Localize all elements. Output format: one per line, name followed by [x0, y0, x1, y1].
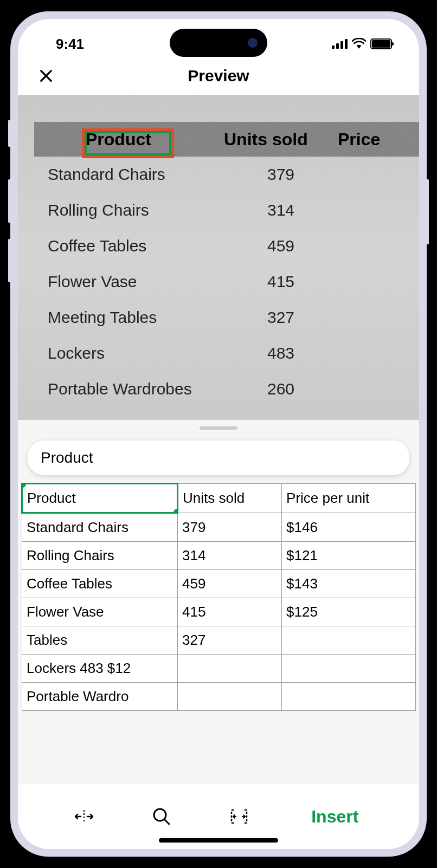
status-time: 9:41 — [56, 36, 84, 53]
table-cell[interactable]: Portable Wardro — [22, 683, 178, 711]
table-row: Lockers 483 $12 — [22, 655, 416, 683]
table-cell[interactable]: $146 — [282, 513, 416, 542]
signal-icon — [332, 39, 348, 49]
home-indicator[interactable] — [159, 838, 278, 843]
battery-icon — [370, 38, 392, 49]
status-icons — [332, 36, 392, 53]
table-cell[interactable]: 415 — [178, 598, 282, 626]
table-row: Standard Chairs 379 $146 — [22, 513, 416, 542]
scanned-row: Coffee Tables 459 — [34, 228, 419, 264]
scanned-header-price: Price — [338, 129, 403, 150]
scanned-header-product: Product — [34, 129, 224, 150]
table-cell[interactable] — [282, 683, 416, 711]
brackets-arrows-icon — [228, 806, 250, 827]
svg-point-0 — [154, 809, 166, 821]
table-cell[interactable] — [178, 655, 282, 683]
scanned-row: Portable Wardrobes 260 — [34, 371, 419, 407]
table-cell[interactable]: Lockers 483 $12 — [22, 655, 178, 683]
table-cell[interactable]: Price per unit — [282, 484, 416, 513]
table-cell[interactable]: 314 — [178, 542, 282, 570]
phone-frame: 9:41 — [10, 11, 427, 857]
table-cell[interactable]: Flower Vase — [22, 598, 178, 626]
close-icon — [38, 68, 54, 83]
scanned-row: Standard Chairs 379 — [34, 157, 419, 192]
table-cell-selected[interactable]: Product — [22, 484, 178, 513]
table-row: Tables 327 — [22, 626, 416, 655]
table-cell[interactable]: Rolling Chairs — [22, 542, 178, 570]
page-title: Preview — [188, 67, 249, 85]
selection-handle[interactable] — [22, 484, 27, 488]
scanned-header-row: Product Units sold Price — [34, 122, 419, 157]
table-cell[interactable]: $143 — [282, 570, 416, 598]
scanned-row: Lockers 483 — [34, 335, 419, 371]
scanned-header-units: Units sold — [224, 129, 338, 150]
close-button[interactable] — [34, 64, 58, 88]
scanned-row: Meeting Tables 327 — [34, 300, 419, 335]
table-cell[interactable]: 327 — [178, 626, 282, 655]
table-row: Product Units sold Price per unit — [22, 484, 416, 513]
search-button[interactable] — [145, 800, 178, 833]
table-cell[interactable]: Units sold — [178, 484, 282, 513]
select-range-button[interactable] — [223, 800, 255, 833]
table-row: Flower Vase 415 $125 — [22, 598, 416, 626]
phone-screen: 9:41 — [18, 19, 419, 849]
wifi-icon — [352, 36, 366, 53]
scanned-image-preview[interactable]: Product Units sold Price Standard Chairs… — [18, 95, 419, 420]
cell-edit-input[interactable]: Product — [28, 441, 409, 475]
selection-handle[interactable] — [173, 509, 178, 513]
table-row: Rolling Chairs 314 $121 — [22, 542, 416, 570]
scanned-row: Flower Vase 415 — [34, 264, 419, 300]
table-cell[interactable]: 379 — [178, 513, 282, 542]
arrows-horizontal-icon — [73, 806, 95, 827]
table-cell[interactable]: Tables — [22, 626, 178, 655]
table-cell[interactable]: $121 — [282, 542, 416, 570]
table-cell[interactable] — [282, 626, 416, 655]
drag-handle[interactable] — [18, 420, 419, 436]
table-cell[interactable] — [178, 683, 282, 711]
main-content: Product Units sold Price Standard Chairs… — [18, 95, 419, 784]
expand-horizontal-button[interactable] — [68, 800, 100, 833]
table-row: Portable Wardro — [22, 683, 416, 711]
dynamic-island — [170, 29, 267, 57]
scanned-row: Rolling Chairs 314 — [34, 192, 419, 228]
search-icon — [151, 806, 172, 827]
table-cell[interactable]: Standard Chairs — [22, 513, 178, 542]
table-cell[interactable]: 459 — [178, 570, 282, 598]
nav-bar: Preview — [18, 57, 419, 95]
extracted-data-table[interactable]: Product Units sold Price per unit Standa… — [21, 483, 416, 711]
table-row: Coffee Tables 459 $143 — [22, 570, 416, 598]
table-cell[interactable]: Coffee Tables — [22, 570, 178, 598]
table-cell[interactable] — [282, 655, 416, 683]
insert-button[interactable]: Insert — [300, 801, 369, 832]
table-cell[interactable]: $125 — [282, 598, 416, 626]
ocr-highlight-box[interactable] — [82, 128, 174, 158]
